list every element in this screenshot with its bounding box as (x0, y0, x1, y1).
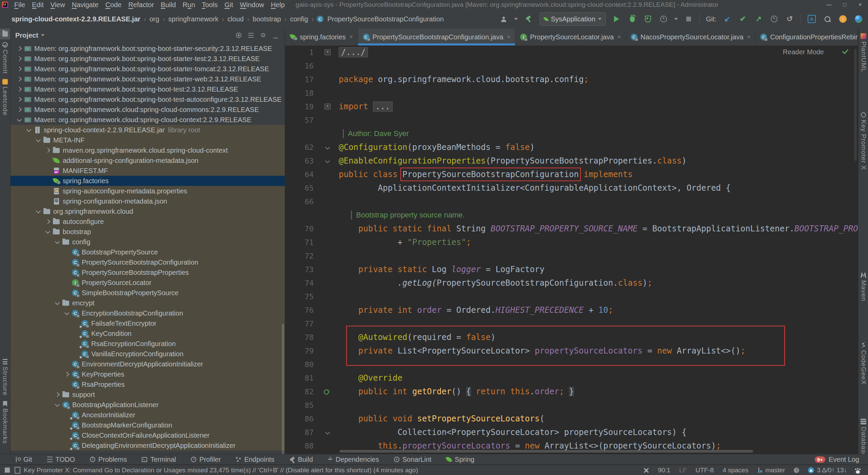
status-text-widget[interactable]: 90:1 (658, 467, 670, 474)
breadcrumb-item[interactable]: bootstrap (253, 15, 281, 23)
code-line[interactable]: 70 public static final String BOOTSTRAP_… (285, 222, 858, 235)
menu-git[interactable]: Git (221, 0, 237, 10)
fold-collapse-icon[interactable] (325, 430, 330, 435)
code-line[interactable]: 72 (285, 249, 858, 263)
chevron-right-icon[interactable] (15, 98, 24, 101)
chevron-right-icon[interactable] (15, 108, 24, 111)
fold-expand-icon[interactable]: + (324, 103, 331, 110)
breadcrumb-item[interactable]: spring-cloud-context-2.2.9.RELEASE.jar (12, 15, 140, 23)
tree-item[interactable]: config (11, 237, 285, 247)
tree-item[interactable]: CDelegatingEnvironmentDecryptApplication… (11, 440, 285, 451)
code-line[interactable]: 82 public int getOrder() { return this.o… (285, 385, 858, 398)
code-line[interactable]: 74 .getLog(PropertySourceBootstrapConfig… (285, 276, 858, 290)
build-hammer-icon[interactable] (524, 14, 533, 24)
tree-item[interactable]: IPropertySourceLocator (11, 278, 285, 288)
tree-item[interactable]: Maven: org.springframework.cloud:spring-… (11, 104, 285, 115)
chevron-down-icon[interactable] (53, 241, 62, 243)
chevron-right-icon[interactable] (43, 220, 53, 223)
chevron-right-icon[interactable] (53, 393, 62, 396)
tool-window-button-terminal[interactable]: Terminal (142, 456, 176, 463)
status-text-widget[interactable]: 4 spaces (723, 467, 748, 474)
tree-item[interactable]: spring.factories (11, 176, 285, 186)
user-settings-icon[interactable] (499, 14, 508, 24)
profiler-button[interactable] (659, 14, 668, 24)
chevron-down-icon[interactable] (53, 302, 62, 304)
chevron-right-icon[interactable] (62, 373, 72, 376)
tool-strip-maven[interactable]: Maven (860, 272, 867, 301)
debug-button[interactable] (628, 14, 637, 24)
breadcrumb-item[interactable]: org (150, 15, 159, 23)
code-line[interactable]: 1+/.../ (285, 45, 858, 59)
tree-item[interactable]: maven.org.springframework.cloud.spring-c… (11, 145, 285, 155)
code-editor[interactable]: 1+/.../1617package org.springframework.c… (285, 45, 858, 454)
tool-strip-codegeex[interactable]: CodeGeeX (860, 342, 867, 385)
tree-item[interactable]: Maven: org.springframework.cloud:spring-… (11, 115, 285, 125)
menu-run[interactable]: Run (179, 0, 199, 10)
tree-item[interactable]: Maven: org.springframework.boot:spring-b… (11, 43, 285, 54)
tree-item[interactable]: CPropertySourceBootstrapConfiguration (11, 257, 285, 267)
code-line[interactable]: 87 Collection<PropertySourceLocator> pro… (285, 425, 858, 439)
chevron-down-icon[interactable] (53, 404, 62, 406)
local-history-icon[interactable] (769, 14, 779, 24)
menu-tools[interactable]: Tools (198, 0, 221, 10)
breadcrumb-item[interactable]: springframework (168, 15, 218, 23)
tool-strip-project[interactable] (0, 28, 10, 39)
tree-item[interactable]: CCloseContextOnFailureApplicationListene… (11, 430, 285, 440)
tree-item[interactable]: CVanillaEncryptionConfiguration (11, 349, 285, 359)
editor-tab[interactable]: IPropertySourceLocator.java× (515, 28, 626, 45)
code-line[interactable]: 19+import ... (285, 100, 858, 113)
code-line[interactable]: 65 ApplicationContextInitializer<Configu… (285, 181, 858, 195)
run-with-coverage-button[interactable] (643, 14, 653, 24)
code-line[interactable]: 78 @Autowired(required = false) (285, 330, 858, 344)
code-line[interactable]: Bootstrap property source name. (285, 208, 858, 222)
chevron-down-icon[interactable] (34, 139, 43, 141)
tree-item[interactable]: bootstrap (11, 227, 285, 237)
event-log-button[interactable]: 9+ Event Log (815, 456, 868, 463)
update-available-icon[interactable]: ↑ (838, 14, 848, 24)
horizontal-scrollbar[interactable] (339, 450, 753, 453)
tree-item[interactable]: CEncryptionBootstrapConfiguration (11, 308, 285, 318)
chevron-right-icon[interactable] (15, 57, 24, 60)
ide-sphere-icon[interactable] (854, 14, 863, 24)
tree-item[interactable]: CSimpleBootstrapPropertySource (11, 288, 285, 298)
overriding-method-gutter-icon[interactable] (324, 388, 331, 395)
editor-tab[interactable]: CNacosPropertySourceLocator.java× (626, 28, 755, 45)
chevron-down-icon[interactable] (674, 18, 678, 20)
hide-panel-icon[interactable] (273, 38, 278, 38)
tool-window-button-build[interactable]: Build (289, 456, 313, 463)
menu-build[interactable]: Build (157, 0, 179, 10)
code-line[interactable]: 80 (285, 358, 858, 371)
status-paw-widget[interactable] (856, 469, 860, 472)
close-icon[interactable]: × (747, 34, 751, 40)
tool-window-button-dependencies[interactable]: Dependencies (328, 456, 379, 463)
code-line[interactable]: 71 + "Properties"; (285, 235, 858, 249)
gear-icon[interactable]: ⚙ (260, 32, 267, 38)
run-button[interactable] (612, 14, 622, 24)
tree-item[interactable]: spring-configuration-metadata.json (11, 196, 285, 206)
tree-item[interactable]: Maven: org.springframework.boot:spring-b… (11, 74, 285, 84)
tree-item[interactable]: Maven: org.springframework.boot:spring-b… (11, 84, 285, 94)
rollback-icon[interactable]: ↺ (785, 14, 794, 24)
tree-item[interactable]: CRsaEncryptionConfiguration (11, 339, 285, 349)
locate-file-icon[interactable] (236, 33, 241, 38)
status-mute-widget[interactable] (644, 468, 649, 473)
chevron-down-icon[interactable] (24, 129, 34, 131)
collapse-all-icon[interactable] (248, 33, 254, 38)
chevron-down-icon[interactable] (62, 312, 72, 315)
tree-item[interactable]: CRsaProperties (11, 379, 285, 390)
status-text-widget[interactable]: LF (679, 467, 687, 474)
tree-item[interactable]: spring-cloud-context-2.2.9.RELEASE.jarli… (11, 125, 285, 135)
chevron-right-icon[interactable] (15, 77, 24, 81)
tool-window-button-spring[interactable]: Spring (446, 456, 474, 463)
status-branch-widget[interactable]: master (757, 467, 785, 474)
translate-icon[interactable]: A (807, 14, 816, 24)
code-line[interactable]: Author: Dave Syer (285, 127, 858, 140)
breadcrumb-item[interactable]: PropertySourceBootstrapConfiguration (327, 15, 444, 23)
maximize-button[interactable]: □ (837, 0, 852, 10)
code-line[interactable]: 75 (285, 290, 858, 303)
chevron-right-icon[interactable] (43, 149, 53, 152)
commit-icon[interactable]: ✔ (738, 14, 748, 24)
editor-tab[interactable]: spring.factories× (285, 28, 358, 45)
chevron-right-icon[interactable] (15, 67, 24, 71)
menu-refactor[interactable]: Refactor (125, 0, 157, 10)
